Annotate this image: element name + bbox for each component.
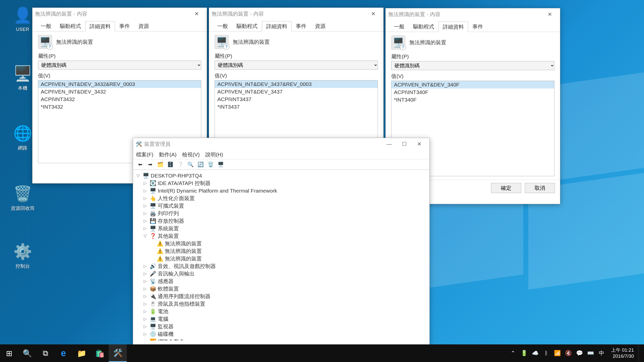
scan-icon[interactable]: 🔍 (186, 160, 195, 168)
device-name: 無法辨識的裝置 (409, 39, 446, 46)
tree-node[interactable]: ▷💾存放控制器 (137, 217, 426, 225)
tree-node[interactable]: ⚠️無法辨識的裝置 (137, 240, 426, 247)
tab-一般[interactable]: 一般 (36, 21, 56, 31)
close-icon[interactable]: ✕ (542, 9, 557, 19)
cancel-button[interactable]: 取消 (525, 183, 555, 193)
taskbar-item[interactable]: 🔍 (18, 344, 36, 362)
forward-icon[interactable]: ➡ (146, 160, 155, 168)
show-icon[interactable]: 🖥️ (216, 160, 225, 168)
tray-icon[interactable]: 🔇 (563, 344, 573, 362)
property-dropdown[interactable]: 硬體識別碼 (38, 61, 201, 70)
ok-button[interactable]: 確定 (491, 183, 521, 193)
close-icon[interactable]: ✕ (189, 9, 204, 19)
tree-node[interactable]: ▷👆人性化介面裝置 (137, 195, 426, 202)
tab-一般[interactable]: 一般 (213, 21, 232, 31)
close-icon[interactable]: ✕ (366, 9, 381, 19)
back-icon[interactable]: ⬅ (136, 160, 145, 168)
value-item[interactable]: ACPI\VEN_INT&DEV_340F (391, 81, 554, 88)
value-item[interactable]: ACPI\INT3437 (215, 96, 378, 103)
help-icon[interactable]: ❔ (176, 160, 185, 168)
maximize-icon[interactable]: ☐ (397, 139, 412, 149)
device-tree[interactable]: ▽🖥️DESKTOP-RHP3TQ4▷💽IDE ATA/ATAPI 控制器▷🖥️… (133, 170, 429, 341)
menu-item[interactable]: 動作(A) (159, 151, 177, 158)
app-icon: 🛠️ (136, 141, 142, 147)
tree-node[interactable]: ▷📡感應器 (137, 278, 426, 285)
tab-詳細資料[interactable]: 詳細資料 (262, 21, 292, 31)
tab-詳細資料[interactable]: 詳細資料 (85, 21, 115, 31)
menu-item[interactable]: 檢視(V) (182, 151, 200, 158)
tray-icon[interactable]: ᛒ (541, 344, 551, 362)
titlebar[interactable]: 無法辨識的裝置 - 內容 ✕ (386, 8, 560, 20)
show-desktop-button[interactable] (638, 344, 641, 362)
icon-label: 網路 (18, 145, 27, 151)
tree-node[interactable]: ⚠️無法辨識的裝置 (137, 255, 426, 262)
tray-icon[interactable]: ⌨️ (585, 344, 595, 362)
tab-事件[interactable]: 事件 (292, 21, 311, 31)
titlebar[interactable]: 無法辨識的裝置 - 內容 ✕ (32, 8, 207, 20)
uninstall-icon[interactable]: 🗑️ (206, 160, 215, 168)
tray-icon[interactable]: ☁️ (530, 344, 540, 362)
tree-node[interactable]: ▷🖱️滑鼠及其他指標裝置 (137, 300, 426, 308)
tab-資源[interactable]: 資源 (134, 21, 153, 31)
tree-node[interactable]: ▽❓其他裝置 (137, 232, 426, 240)
update-icon[interactable]: 🔄 (196, 160, 205, 168)
value-item[interactable]: ACPI\VEN_INT&DEV_3432&REV_0003 (38, 80, 201, 88)
tree-node[interactable]: ▷🔊音效、視訊及遊戲控制器 (137, 262, 426, 270)
tab-驅動程式[interactable]: 驅動程式 (409, 21, 438, 32)
tree-node[interactable]: ▷💽IDE ATA/ATAPI 控制器 (137, 179, 426, 187)
tree-node[interactable]: ▷🖥️Intel(R) Dynamic Platform and Thermal… (137, 187, 426, 195)
titlebar[interactable]: 無法辨識的裝置 - 內容 ✕ (209, 8, 383, 20)
taskbar-item[interactable]: 🛍️ (91, 344, 109, 362)
tab-驅動程式[interactable]: 驅動程式 (56, 21, 85, 31)
taskbar-item[interactable]: ⊞ (0, 344, 18, 362)
value-item[interactable]: ACPI\INT3432 (38, 96, 201, 103)
titlebar[interactable]: 🛠️ 裝置管理員 — ☐ ✕ (133, 138, 429, 150)
minimize-icon[interactable]: — (382, 139, 397, 149)
tree-node[interactable]: ⚠️無法辨識的裝置 (137, 247, 426, 255)
property-dropdown[interactable]: 硬體識別碼 (391, 61, 554, 70)
tray-icon[interactable]: 中 (596, 344, 607, 362)
tree-node[interactable]: ▷🖨️列印佇列 (137, 210, 426, 217)
tree-node[interactable]: ▷📦軟體裝置 (137, 285, 426, 293)
value-item[interactable]: ACPI\INT340F (391, 88, 554, 96)
menu-item[interactable]: 說明(H) (205, 151, 223, 158)
desktop-icon-資源回收筒[interactable]: 🗑️資源回收筒 (8, 184, 38, 212)
tab-驅動程式[interactable]: 驅動程式 (232, 21, 262, 31)
taskbar-item[interactable]: 🛠️ (109, 344, 127, 362)
tab-事件[interactable]: 事件 (115, 21, 134, 31)
close-icon[interactable]: ✕ (412, 139, 427, 149)
menu-item[interactable]: 檔案(F) (136, 151, 153, 158)
clock[interactable]: 上午 01:212016/7/30 (608, 347, 637, 359)
tab-詳細資料[interactable]: 詳細資料 (438, 22, 468, 32)
tab-資源[interactable]: 資源 (311, 21, 330, 31)
tree-node[interactable]: ▷🖥️可攜式裝置 (137, 202, 426, 210)
taskbar-item[interactable]: 📁 (72, 344, 91, 362)
tree-node[interactable]: ▷📶網路介面卡 (137, 338, 426, 341)
tree-node[interactable]: ▷💻電腦 (137, 315, 426, 323)
tab-事件[interactable]: 事件 (468, 21, 487, 32)
value-item[interactable]: *INT3437 (215, 103, 378, 111)
tree-node[interactable]: ▷🎤音訊輸入與輸出 (137, 270, 426, 278)
tree-node[interactable]: ▷🔋電池 (137, 308, 426, 315)
taskbar-item[interactable]: ⧉ (36, 344, 54, 362)
tree-root[interactable]: DESKTOP-RHP3TQ4 (151, 172, 202, 179)
tray-icon[interactable]: ⌃ (508, 344, 518, 362)
value-item[interactable]: *INT340F (391, 96, 554, 104)
tray-icon[interactable]: 📶 (552, 344, 562, 362)
props-icon[interactable]: 🗄️ (166, 160, 175, 168)
value-item[interactable]: *INT3432 (38, 103, 201, 111)
view-icon[interactable]: 🗂️ (156, 160, 165, 168)
tab-一般[interactable]: 一般 (390, 21, 409, 32)
tray-icon[interactable]: 💬 (574, 344, 584, 362)
value-item[interactable]: ACPI\VEN_INT&DEV_3432 (38, 88, 201, 96)
tray-icon[interactable]: 🔋 (519, 344, 529, 362)
taskbar-item[interactable]: e (54, 344, 72, 362)
desktop-icon-控制台[interactable]: ⚙️控制台 (8, 241, 38, 269)
tree-node[interactable]: ▷💿磁碟機 (137, 330, 426, 338)
value-item[interactable]: ACPI\VEN_INT&DEV_3437 (215, 88, 378, 96)
value-item[interactable]: ACPI\VEN_INT&DEV_3437&REV_0003 (215, 80, 378, 88)
property-dropdown[interactable]: 硬體識別碼 (215, 61, 378, 70)
tree-node[interactable]: ▷🖥️系統裝置 (137, 225, 426, 232)
tree-node[interactable]: ▷🔌通用序列匯流排控制器 (137, 293, 426, 300)
tree-node[interactable]: ▷🖥️監視器 (137, 323, 426, 330)
